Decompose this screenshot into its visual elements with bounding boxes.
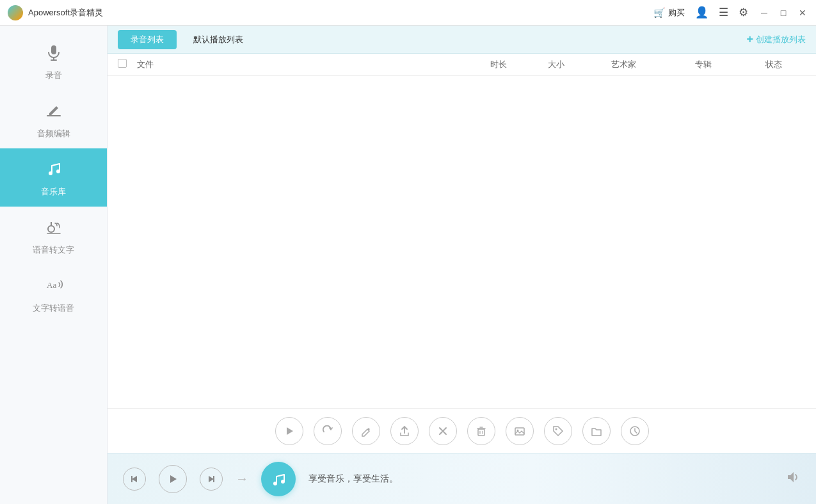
player-next-button[interactable] <box>200 468 223 491</box>
select-all-checkbox[interactable] <box>118 59 127 68</box>
mic-icon <box>45 43 63 66</box>
sidebar-item-speech-text[interactable]: 语音转文字 <box>0 207 107 265</box>
text-speech-icon: Aa <box>45 276 63 299</box>
table-header: 文件 时长 大小 艺术家 专辑 状态 <box>108 54 816 76</box>
tab-record-list[interactable]: 录音列表 <box>118 30 177 49</box>
minimize-button[interactable]: ─ <box>758 8 770 18</box>
toolbar-export-button[interactable] <box>390 417 419 445</box>
sidebar-item-music-lib[interactable]: 音乐库 <box>0 148 107 207</box>
svg-point-6 <box>48 226 54 232</box>
header-size: 大小 <box>531 59 582 70</box>
header-status: 状态 <box>742 59 806 70</box>
player-prev-button[interactable] <box>123 468 146 491</box>
svg-marker-22 <box>132 476 137 482</box>
svg-text:Aa: Aa <box>47 280 56 290</box>
header-duration: 时长 <box>467 59 531 70</box>
create-playlist-button[interactable]: + 创建播放列表 <box>746 33 806 46</box>
window-controls: ─ □ ✕ <box>758 8 808 18</box>
toolbar-history-button[interactable] <box>621 417 649 445</box>
tab-default-playlist[interactable]: 默认播放列表 <box>180 30 256 49</box>
sidebar-speech-text-label: 语音转文字 <box>33 244 74 256</box>
cart-icon: 🛒 <box>653 7 666 19</box>
svg-point-5 <box>56 169 60 173</box>
toolbar-edit-button[interactable] <box>352 417 380 445</box>
music-icon <box>45 160 63 182</box>
create-playlist-label: 创建播放列表 <box>756 34 806 45</box>
player-mode-button[interactable]: → <box>236 471 248 486</box>
main-layout: 录音 音频编辑 音乐库 <box>0 26 816 504</box>
sidebar: 录音 音频编辑 音乐库 <box>0 26 108 504</box>
svg-point-20 <box>555 428 557 430</box>
sidebar-item-text-speech[interactable]: Aa 文字转语音 <box>0 265 107 323</box>
sidebar-record-label: 录音 <box>45 70 62 81</box>
toolbar <box>108 408 816 453</box>
volume-button[interactable] <box>785 469 801 488</box>
player-play-button[interactable] <box>159 465 187 493</box>
speech-icon <box>45 218 63 240</box>
header-file: 文件 <box>137 59 467 70</box>
toolbar-tag-button[interactable] <box>544 417 572 445</box>
svg-rect-0 <box>51 45 56 54</box>
sidebar-item-audio-edit[interactable]: 音频编辑 <box>0 90 107 148</box>
tabbar: 录音列表 默认播放列表 + 创建播放列表 <box>108 26 816 54</box>
content-area: 录音列表 默认播放列表 + 创建播放列表 文件 时长 大小 艺术家 专辑 状态 <box>108 26 816 504</box>
svg-rect-26 <box>213 476 214 482</box>
player-bar: → 享受音乐，享受生活。 <box>108 453 816 504</box>
buy-button[interactable]: 🛒 购买 <box>653 7 685 19</box>
app-title: Apowersoft录音精灵 <box>28 7 653 19</box>
titlebar: Apowersoft录音精灵 🛒 购买 👤 ☰ ⚙ ─ □ ✕ <box>0 0 816 26</box>
plus-icon: + <box>746 33 753 46</box>
sidebar-text-speech-label: 文字转语音 <box>33 303 74 314</box>
sidebar-audio-edit-label: 音频编辑 <box>37 128 70 139</box>
toolbar-delete-button[interactable] <box>467 417 495 445</box>
player-note-button[interactable] <box>261 462 296 496</box>
toolbar-repeat-button[interactable] <box>314 417 342 445</box>
maximize-button[interactable]: □ <box>778 8 789 18</box>
player-status-text: 享受音乐，享受生活。 <box>308 473 772 485</box>
header-album: 专辑 <box>665 59 742 70</box>
toolbar-cancel-button[interactable] <box>429 417 457 445</box>
title-actions: 🛒 购买 👤 ☰ ⚙ <box>653 6 748 19</box>
svg-point-4 <box>49 171 52 175</box>
sidebar-music-lib-label: 音乐库 <box>41 186 66 198</box>
table-content <box>108 76 816 408</box>
svg-rect-23 <box>131 476 132 482</box>
svg-rect-18 <box>515 428 524 435</box>
sidebar-item-record[interactable]: 录音 <box>0 32 107 90</box>
svg-point-27 <box>273 482 277 485</box>
svg-rect-13 <box>478 429 484 436</box>
svg-marker-24 <box>170 475 177 483</box>
close-button[interactable]: ✕ <box>797 8 808 18</box>
svg-marker-25 <box>209 476 214 482</box>
svg-marker-10 <box>287 427 293 435</box>
header-checkbox-col <box>118 59 137 70</box>
list-icon[interactable]: ☰ <box>719 6 728 19</box>
svg-point-28 <box>281 480 285 484</box>
app-logo <box>8 5 23 20</box>
toolbar-play-button[interactable] <box>275 417 303 445</box>
toolbar-image-button[interactable] <box>506 417 534 445</box>
settings-icon[interactable]: ⚙ <box>739 6 748 19</box>
header-artist: 艺术家 <box>582 59 665 70</box>
toolbar-folder-button[interactable] <box>582 417 611 445</box>
user-icon[interactable]: 👤 <box>695 6 708 19</box>
edit-icon <box>45 102 63 124</box>
